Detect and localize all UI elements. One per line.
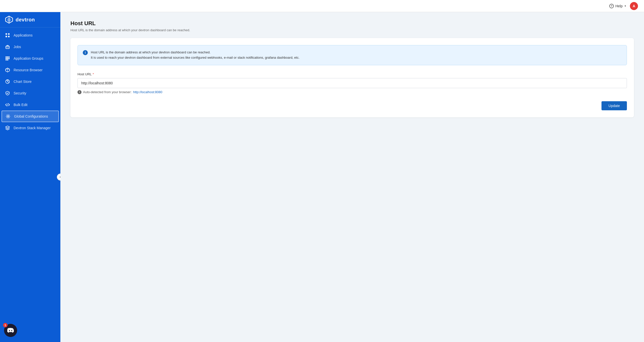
update-button-row: Update [77,101,627,110]
svg-point-21 [7,81,8,82]
svg-rect-11 [9,56,10,58]
discord-button[interactable]: 1 [4,324,17,337]
auto-detect-row: i Auto-detected from your browser: http:… [77,90,627,94]
info-text: Host URL is the domain address at which … [91,50,300,60]
auto-detect-prefix: Auto-detected from your browser: [83,90,132,94]
svg-rect-6 [8,36,10,37]
discord-badge: 1 [3,323,8,327]
svg-line-22 [7,103,8,106]
layers-icon [5,125,10,130]
sidebar-item-security[interactable]: Security [0,87,60,99]
info-icon: i [83,50,88,55]
help-icon: ? [609,4,614,8]
applications-label: Applications [14,33,33,37]
update-button[interactable]: Update [601,101,627,110]
page-title: Host URL [70,20,634,27]
grid-icon [5,33,10,38]
sidebar-item-jobs[interactable]: Jobs [0,41,60,53]
sidebar-logo[interactable]: devtron [0,12,60,27]
sidebar-item-resource-browser[interactable]: Resource Browser [0,64,60,76]
field-label: Host URL * [77,72,627,76]
auto-detect-url-link[interactable]: http://localhost:8080 [133,90,162,94]
svg-rect-4 [8,33,10,35]
user-avatar[interactable]: A [630,2,638,10]
sidebar-item-chart-store[interactable]: Chart Store [0,76,60,87]
page-subtitle: Host URL is the domain address at which … [70,28,634,32]
info-line2: It is used to reach your devtron dashboa… [91,56,300,59]
svg-rect-10 [7,56,8,58]
devtron-logo-icon [5,16,13,24]
svg-rect-16 [7,59,8,60]
svg-point-23 [8,116,9,117]
chart-store-icon [5,79,10,84]
help-label: Help [615,4,623,8]
info-line1: Host URL is the domain address at which … [91,50,211,54]
help-button[interactable]: ? Help ▾ [609,4,626,8]
sidebar-item-applications[interactable]: Applications [0,29,60,41]
security-label: Security [14,91,26,95]
host-url-card: i Host URL is the domain address at whic… [70,38,634,117]
main-layout: devtron Applications [0,12,644,342]
required-star: * [93,72,94,76]
cube-icon [5,67,10,73]
logo-text: devtron [16,17,35,23]
sidebar-nav: Applications Jobs [0,27,60,322]
svg-rect-5 [6,36,7,37]
discord-icon [7,328,14,333]
chart-store-label: Chart Store [14,80,32,84]
sidebar-item-bulk-edit[interactable]: Bulk Edit [0,99,60,111]
svg-rect-13 [7,58,8,59]
shield-icon [5,91,10,96]
sidebar: devtron Applications [0,12,60,342]
resource-browser-label: Resource Browser [14,68,43,72]
sidebar-item-global-configurations[interactable]: Global Configurations [2,111,59,122]
briefcase-icon [5,44,10,49]
content-area: Host URL Host URL is the domain address … [60,12,644,342]
devtron-stack-manager-label: Devtron Stack Manager [14,126,51,130]
bulk-edit-label: Bulk Edit [14,103,27,107]
host-url-field-group: Host URL * i Auto-detected from your bro… [77,72,627,94]
auto-detect-info-icon: i [77,90,82,94]
code-icon [5,102,10,107]
svg-marker-24 [6,126,10,128]
svg-rect-7 [6,46,9,49]
top-header: ? Help ▾ A [0,0,644,12]
application-groups-label: Application Groups [14,56,43,60]
settings-icon [6,114,11,119]
chevron-down-icon: ▾ [625,5,626,7]
svg-rect-3 [6,33,7,35]
jobs-label: Jobs [14,45,21,49]
svg-rect-9 [6,56,7,58]
sidebar-item-devtron-stack-manager[interactable]: Devtron Stack Manager [0,122,60,134]
svg-rect-14 [9,58,10,59]
svg-rect-15 [6,59,7,60]
grid4-icon [5,56,10,61]
svg-rect-12 [6,58,7,59]
info-box: i Host URL is the domain address at whic… [77,45,627,65]
global-configurations-label: Global Configurations [14,114,48,118]
sidebar-item-application-groups[interactable]: Application Groups [0,53,60,64]
host-url-input[interactable] [77,78,627,88]
